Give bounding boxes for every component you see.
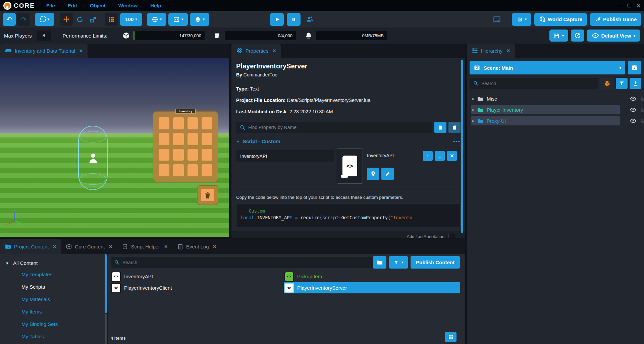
- gizmo-visibility-dropdown[interactable]: ▾: [190, 13, 209, 26]
- visibility-eye-icon[interactable]: [630, 96, 636, 102]
- expand-icon[interactable]: ▶: [470, 97, 477, 101]
- player-capsule-placeholder[interactable]: [78, 126, 108, 190]
- lock-icon[interactable]: [639, 118, 644, 124]
- selection-mode-dropdown[interactable]: ▾: [35, 13, 54, 26]
- find-property-input[interactable]: [248, 125, 429, 130]
- menu-object[interactable]: Object: [90, 3, 106, 8]
- visibility-eye-icon[interactable]: [630, 118, 636, 124]
- content-item-playerinventoryserver[interactable]: <> PlayerInventoryServer: [284, 282, 460, 293]
- code-help-text: Copy the code below into the top of your…: [236, 195, 461, 200]
- window-maximize-icon[interactable]: [628, 4, 631, 7]
- tab-script-helper[interactable]: Script Helper ✕: [117, 239, 172, 254]
- grid-snap-button[interactable]: [105, 13, 118, 26]
- remove-property-button[interactable]: ✕: [447, 151, 457, 161]
- open-folder-button[interactable]: [373, 256, 386, 269]
- redo-button[interactable]: ↷: [17, 13, 30, 26]
- move-property-up-button[interactable]: ↑: [423, 151, 433, 161]
- max-players-input[interactable]: [37, 31, 51, 41]
- hierarchy-item-misc[interactable]: ▶ Misc: [470, 94, 641, 103]
- properties-scrollbar[interactable]: [461, 60, 463, 233]
- world-capture-button[interactable]: World Capture: [534, 13, 587, 26]
- tree-item-my-templates[interactable]: My Templates: [0, 272, 105, 278]
- collapse-all-button[interactable]: [630, 78, 641, 89]
- section-more-icon[interactable]: •••: [453, 138, 461, 144]
- edit-script-button[interactable]: [381, 168, 394, 180]
- tab-close-icon[interactable]: ✕: [109, 244, 113, 249]
- move-tool-button[interactable]: [60, 13, 73, 26]
- group-objects-button[interactable]: [600, 78, 614, 89]
- menu-window[interactable]: Window: [118, 3, 138, 8]
- menu-edit[interactable]: Edit: [68, 3, 77, 8]
- tree-item-my-materials[interactable]: My Materials: [0, 296, 105, 303]
- tab-viewport[interactable]: Inventory and Data Tutorial ✕: [0, 44, 88, 58]
- core-logo: CORE: [3, 2, 35, 10]
- grid-size-value: 100: [125, 16, 133, 22]
- tree-item-my-tables[interactable]: My Tables: [0, 334, 105, 340]
- viewport-tab-close-icon[interactable]: ✕: [79, 48, 83, 53]
- tree-item-all-content[interactable]: ▼ All Content: [0, 254, 105, 266]
- 3d-viewport[interactable]: Inventory z x y: [0, 58, 229, 237]
- tree-item-my-scripts[interactable]: My Scripts: [0, 284, 105, 291]
- multiplayer-preview-button[interactable]: [304, 13, 316, 26]
- content-filter-dropdown[interactable]: ▾: [389, 256, 408, 269]
- hierarchy-tab-close-icon[interactable]: ✕: [506, 48, 510, 53]
- add-tag-row: Add Tag Annotation: [231, 231, 465, 238]
- scene-selector-dropdown[interactable]: Scene: Main ▾: [470, 61, 625, 74]
- tab-hierarchy[interactable]: Hierarchy ✕: [467, 44, 515, 58]
- visibility-eye-icon[interactable]: [630, 107, 636, 113]
- grid-size-dropdown[interactable]: 100 ▾: [120, 13, 142, 26]
- content-item-pickupitem[interactable]: <> PickupItem: [284, 271, 460, 282]
- find-asset-button[interactable]: [367, 168, 379, 180]
- tree-item-my-binding-sets[interactable]: My Binding Sets: [0, 321, 105, 328]
- terrain-meter: 0/4,000: [225, 31, 296, 40]
- content-item-playerinventoryclient[interactable]: <> PlayerInventoryClient: [111, 282, 284, 293]
- tree-item-my-items[interactable]: My Items: [0, 309, 105, 316]
- hierarchy-filter-button[interactable]: [616, 78, 628, 89]
- publish-game-button[interactable]: Publish Game: [590, 13, 641, 26]
- content-search-input[interactable]: [122, 260, 376, 265]
- scale-tool-button[interactable]: [87, 13, 100, 26]
- move-property-down-button[interactable]: ↓: [435, 151, 445, 161]
- tab-close-icon[interactable]: ✕: [53, 244, 56, 249]
- tab-core-content[interactable]: Core Content ✕: [61, 239, 117, 254]
- expand-icon[interactable]: ▶: [470, 119, 477, 123]
- view-mode-dropdown[interactable]: ▾: [147, 13, 166, 26]
- ui-mode-dropdown[interactable]: ▾: [168, 13, 188, 26]
- menu-help[interactable]: Help: [150, 3, 161, 8]
- hierarchy-search-input[interactable]: [481, 81, 595, 86]
- tab-close-icon[interactable]: ✕: [164, 244, 168, 249]
- window-close-icon[interactable]: ✕: [637, 3, 641, 8]
- add-tag-checkbox[interactable]: [448, 233, 455, 238]
- grid-view-button[interactable]: [445, 332, 457, 342]
- rotate-tool-button[interactable]: [73, 13, 87, 26]
- content-item-inventoryapi[interactable]: <> InventoryAPI: [111, 271, 284, 282]
- pause-button[interactable]: [287, 13, 301, 26]
- copy-properties-button[interactable]: [434, 122, 446, 133]
- hierarchy-item-player-inventory[interactable]: ▶ Player Inventory: [470, 105, 641, 114]
- performance-gauge-button[interactable]: [571, 30, 584, 42]
- paste-properties-button[interactable]: [448, 122, 461, 133]
- custom-property-name-input[interactable]: [236, 150, 334, 162]
- scene-settings-button[interactable]: [628, 61, 641, 74]
- detach-viewport-icon[interactable]: [493, 15, 501, 24]
- script-asset-thumbnail[interactable]: <>: [337, 148, 363, 184]
- lock-icon[interactable]: [639, 96, 644, 102]
- expand-icon[interactable]: ▶: [470, 108, 477, 112]
- search-icon: [114, 260, 120, 265]
- tab-close-icon[interactable]: ✕: [213, 244, 217, 249]
- tab-event-log[interactable]: Event Log ✕: [172, 239, 221, 254]
- properties-tab-close-icon[interactable]: ✕: [272, 48, 276, 53]
- lock-icon[interactable]: [639, 107, 644, 113]
- save-dropdown[interactable]: ▾: [549, 30, 568, 42]
- publish-content-button[interactable]: Publish Content: [411, 256, 460, 269]
- tab-project-content[interactable]: Project Content ✕: [0, 239, 61, 254]
- tab-properties[interactable]: Properties ✕: [231, 44, 281, 58]
- play-button[interactable]: [270, 13, 284, 26]
- script-custom-section-header[interactable]: ▼ Script - Custom •••: [236, 138, 461, 144]
- hierarchy-item-proxy-ui[interactable]: ▶ Proxy UI: [470, 116, 641, 125]
- bot-tools-dropdown[interactable]: ▾: [512, 13, 531, 26]
- menu-file[interactable]: File: [46, 3, 55, 8]
- window-minimize-icon[interactable]: —: [618, 3, 622, 8]
- undo-button[interactable]: ↶: [3, 13, 16, 26]
- default-view-dropdown[interactable]: Default View ▾: [587, 30, 640, 42]
